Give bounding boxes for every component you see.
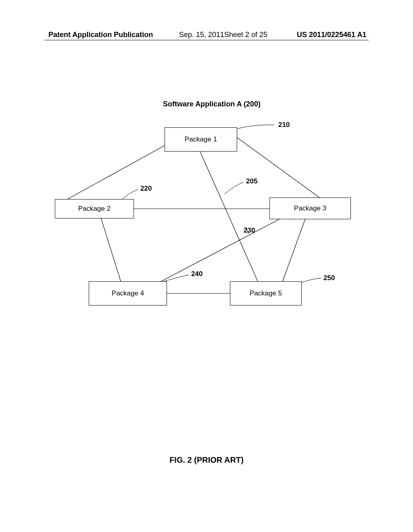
- svg-line-6: [160, 218, 282, 282]
- reference-205: 205: [246, 177, 257, 185]
- reference-220: 220: [140, 185, 152, 193]
- header-sheet-number: Sheet 2 of 25: [224, 31, 267, 39]
- header-publication-number: US 2011/0225461 A1: [297, 31, 366, 39]
- svg-line-5: [282, 218, 306, 282]
- package-4-box: Package 4: [89, 281, 167, 305]
- reference-250: 250: [323, 274, 335, 282]
- svg-line-2: [200, 152, 258, 282]
- patent-page: Patent Application Publication Sep. 15, …: [0, 0, 413, 532]
- package-5-box: Package 5: [230, 281, 302, 305]
- package-1-label: Package 1: [185, 135, 217, 143]
- package-1-box: Package 1: [165, 127, 237, 152]
- connector-lines: [0, 0, 413, 532]
- header-divider: [44, 40, 369, 40]
- figure-caption: FIG. 2 (PRIOR ART): [0, 455, 413, 465]
- reference-210: 210: [278, 121, 290, 129]
- svg-line-4: [101, 218, 121, 282]
- header-publication-type: Patent Application Publication: [48, 31, 153, 39]
- reference-240: 240: [191, 270, 202, 278]
- package-4-label: Package 4: [112, 289, 144, 297]
- package-3-box: Package 3: [269, 197, 351, 219]
- package-5-label: Package 5: [250, 289, 282, 297]
- package-2-label: Package 2: [78, 205, 111, 213]
- header-date: Sep. 15, 2011: [179, 31, 224, 39]
- package-2-box: Package 2: [55, 199, 134, 218]
- diagram-title: Software Application A (200): [0, 100, 413, 108]
- svg-line-1: [232, 134, 323, 200]
- reference-230: 230: [244, 227, 255, 235]
- package-3-label: Package 3: [294, 204, 326, 212]
